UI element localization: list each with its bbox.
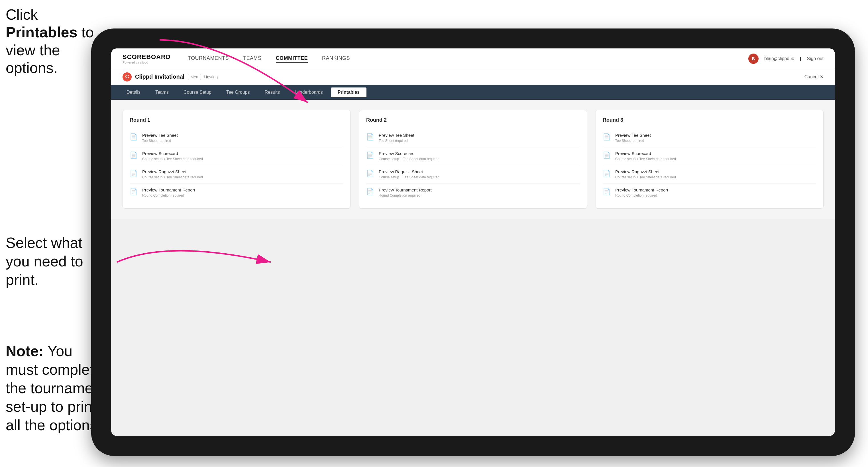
- r2-raguzzi-label: Preview Raguzzi Sheet: [379, 169, 439, 174]
- r1-report-label: Preview Tournament Report: [142, 187, 195, 192]
- tab-tee-groups[interactable]: Tee Groups: [219, 88, 257, 97]
- r3-tee-sheet-label: Preview Tee Sheet: [615, 133, 651, 137]
- r3-raguzzi-icon: 📄: [603, 170, 612, 179]
- r1-scorecard[interactable]: 📄 Preview Scorecard Course setup + Tee S…: [130, 147, 343, 165]
- r2-tee-sheet-sub: Tee Sheet required: [379, 139, 414, 143]
- r2-raguzzi[interactable]: 📄 Preview Raguzzi Sheet Course setup + T…: [366, 165, 580, 184]
- r1-tee-sheet-sub: Tee Sheet required: [142, 139, 178, 143]
- r3-scorecard-label: Preview Scorecard: [615, 151, 676, 156]
- printables-bold: Printables: [6, 24, 77, 40]
- r3-scorecard-icon: 📄: [603, 152, 612, 161]
- instruction-middle: Select what you need to print.: [6, 234, 102, 289]
- nav-tournaments[interactable]: TOURNAMENTS: [188, 54, 229, 63]
- r1-raguzzi-sub: Course setup + Tee Sheet data required: [142, 175, 203, 179]
- r2-tee-sheet[interactable]: 📄 Preview Tee Sheet Tee Sheet required: [366, 129, 580, 147]
- hosting-badge: Hosting: [204, 75, 218, 79]
- tab-results[interactable]: Results: [258, 88, 287, 97]
- r2-report-sub: Round Completion required: [379, 193, 432, 197]
- r2-scorecard-sub: Course setup + Tee Sheet data required: [379, 157, 439, 161]
- round-3-column: Round 3 📄 Preview Tee Sheet Tee Sheet re…: [596, 110, 824, 209]
- r1-tee-sheet[interactable]: 📄 Preview Tee Sheet Tee Sheet required: [130, 129, 343, 147]
- nav-committee[interactable]: COMMITTEE: [276, 54, 308, 63]
- instruction-top: Click Printables to view the options.: [6, 6, 97, 77]
- r3-tee-sheet[interactable]: 📄 Preview Tee Sheet Tee Sheet required: [603, 129, 816, 147]
- scoreboard-title: SCOREBOARD: [123, 53, 171, 61]
- scoreboard-logo: SCOREBOARD Powered by clippd: [123, 53, 171, 64]
- r2-raguzzi-icon: 📄: [366, 170, 375, 179]
- r3-raguzzi-sub: Course setup + Tee Sheet data required: [615, 175, 676, 179]
- r1-tee-sheet-label: Preview Tee Sheet: [142, 133, 178, 137]
- r2-tee-sheet-label: Preview Tee Sheet: [379, 133, 414, 137]
- report-icon: 📄: [130, 188, 139, 197]
- r2-tournament-report[interactable]: 📄 Preview Tournament Report Round Comple…: [366, 184, 580, 201]
- tournament-name: C Clippd Invitational Men Hosting: [123, 72, 218, 82]
- r3-raguzzi[interactable]: 📄 Preview Raguzzi Sheet Course setup + T…: [603, 165, 816, 184]
- r1-tournament-report[interactable]: 📄 Preview Tournament Report Round Comple…: [130, 184, 343, 201]
- tab-leaderboards[interactable]: Leaderboards: [288, 88, 330, 97]
- nav-teams[interactable]: TEAMS: [243, 54, 261, 63]
- r3-raguzzi-label: Preview Raguzzi Sheet: [615, 169, 676, 174]
- cancel-button[interactable]: Cancel ✕: [804, 74, 824, 80]
- r1-raguzzi-label: Preview Raguzzi Sheet: [142, 169, 203, 174]
- round-3-title: Round 3: [603, 117, 816, 123]
- tab-teams[interactable]: Teams: [149, 88, 176, 97]
- r3-tee-sheet-sub: Tee Sheet required: [615, 139, 651, 143]
- raguzzi-icon: 📄: [130, 170, 139, 179]
- r3-tournament-report[interactable]: 📄 Preview Tournament Report Round Comple…: [603, 184, 816, 201]
- tee-sheet-icon: 📄: [130, 133, 139, 143]
- round-1-title: Round 1: [130, 117, 343, 123]
- r1-scorecard-label: Preview Scorecard: [142, 151, 203, 156]
- r2-report-label: Preview Tournament Report: [379, 187, 432, 192]
- round-2-column: Round 2 📄 Preview Tee Sheet Tee Sheet re…: [359, 110, 587, 209]
- tournament-header: C Clippd Invitational Men Hosting Cancel…: [111, 69, 835, 85]
- r2-scorecard-label: Preview Scorecard: [379, 151, 439, 156]
- content-area: Round 1 📄 Preview Tee Sheet Tee Sheet re…: [111, 100, 835, 219]
- user-email: blair@clippd.io: [764, 56, 794, 61]
- r1-scorecard-sub: Course setup + Tee Sheet data required: [142, 157, 203, 161]
- r3-report-icon: 📄: [603, 188, 612, 197]
- round-1-column: Round 1 📄 Preview Tee Sheet Tee Sheet re…: [123, 110, 350, 209]
- tablet-screen: SCOREBOARD Powered by clippd TOURNAMENTS…: [111, 49, 835, 436]
- tab-details[interactable]: Details: [120, 88, 147, 97]
- round-2-title: Round 2: [366, 117, 580, 123]
- tournament-badge: Men: [188, 74, 200, 80]
- scoreboard-sub: Powered by clippd: [123, 61, 171, 64]
- r2-tee-sheet-icon: 📄: [366, 133, 375, 143]
- r3-scorecard-sub: Course setup + Tee Sheet data required: [615, 157, 676, 161]
- r2-report-icon: 📄: [366, 188, 375, 197]
- tournament-title: Clippd Invitational: [135, 73, 184, 80]
- r1-report-sub: Round Completion required: [142, 193, 195, 197]
- r3-tee-sheet-icon: 📄: [603, 133, 612, 143]
- top-nav: SCOREBOARD Powered by clippd TOURNAMENTS…: [111, 49, 835, 69]
- tab-course-setup[interactable]: Course Setup: [177, 88, 218, 97]
- r3-report-label: Preview Tournament Report: [615, 187, 668, 192]
- main-nav: TOURNAMENTS TEAMS COMMITTEE RANKINGS: [188, 54, 748, 63]
- r1-raguzzi[interactable]: 📄 Preview Raguzzi Sheet Course setup + T…: [130, 165, 343, 184]
- tablet-device: SCOREBOARD Powered by clippd TOURNAMENTS…: [91, 29, 855, 456]
- clippd-logo: C: [123, 72, 132, 82]
- r2-raguzzi-sub: Course setup + Tee Sheet data required: [379, 175, 439, 179]
- nav-rankings[interactable]: RANKINGS: [322, 54, 350, 63]
- top-nav-right: B blair@clippd.io | Sign out: [748, 54, 824, 64]
- user-avatar: B: [748, 54, 758, 64]
- scorecard-icon: 📄: [130, 152, 139, 161]
- sign-out-link[interactable]: Sign out: [807, 56, 824, 61]
- r3-scorecard[interactable]: 📄 Preview Scorecard Course setup + Tee S…: [603, 147, 816, 165]
- r2-scorecard-icon: 📄: [366, 152, 375, 161]
- tab-nav: Details Teams Course Setup Tee Groups Re…: [111, 85, 835, 100]
- r3-report-sub: Round Completion required: [615, 193, 668, 197]
- r2-scorecard[interactable]: 📄 Preview Scorecard Course setup + Tee S…: [366, 147, 580, 165]
- tab-printables[interactable]: Printables: [331, 88, 367, 97]
